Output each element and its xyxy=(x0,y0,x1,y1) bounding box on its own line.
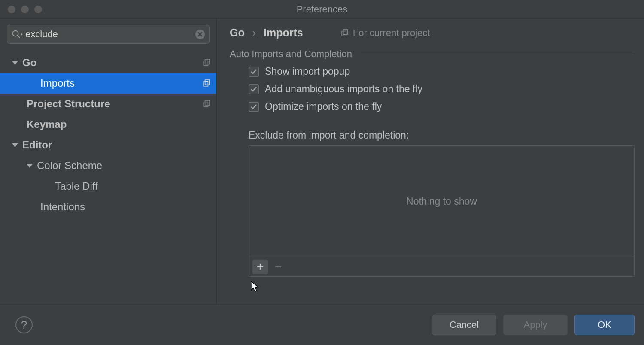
sidebar-item-label: Table Diff xyxy=(55,180,210,192)
checkbox[interactable] xyxy=(249,102,259,112)
sidebar-item-label: Go xyxy=(22,57,203,69)
checkbox-optimize-imports[interactable]: Optimize imports on the fly xyxy=(249,101,635,112)
breadcrumb: Go › Imports For current project xyxy=(230,27,635,48)
close-window-button[interactable] xyxy=(8,6,15,13)
window-controls xyxy=(0,6,42,13)
sidebar-item-label: Imports xyxy=(40,77,203,89)
svg-rect-7 xyxy=(204,102,208,107)
button-label: OK xyxy=(598,319,611,330)
scope-indicator: For current project xyxy=(341,27,430,39)
checkbox-label: Optimize imports on the fly xyxy=(265,101,382,112)
sidebar: Go Imports Project Structure Keymap Edit… xyxy=(0,19,217,304)
zoom-window-button[interactable] xyxy=(34,6,42,13)
section-title: Auto Imports and Completion xyxy=(230,48,352,60)
project-scope-icon xyxy=(203,100,210,108)
checkbox[interactable] xyxy=(249,67,259,77)
checkbox-add-unambiguous-imports[interactable]: Add unambiguous imports on the fly xyxy=(249,83,635,95)
help-icon: ? xyxy=(21,318,27,332)
svg-line-1 xyxy=(18,36,20,38)
chevron-down-icon xyxy=(12,61,18,65)
breadcrumb-segment: Imports xyxy=(264,27,303,39)
svg-rect-10 xyxy=(343,30,347,34)
scope-label: For current project xyxy=(353,27,430,39)
sidebar-item-table-diff[interactable]: Table Diff xyxy=(0,176,216,197)
sidebar-item-label: Keymap xyxy=(27,118,210,130)
content-panel: Go › Imports For current project Auto Im… xyxy=(217,19,644,304)
cancel-button[interactable]: Cancel xyxy=(432,315,496,335)
minus-icon xyxy=(274,263,283,271)
chevron-down-icon xyxy=(27,164,33,168)
sidebar-item-label: Color Scheme xyxy=(37,160,210,172)
settings-tree: Go Imports Project Structure Keymap Edit… xyxy=(0,50,216,304)
breadcrumb-segment: Go xyxy=(230,27,245,39)
sidebar-item-go[interactable]: Go xyxy=(0,52,216,73)
search-input[interactable] xyxy=(23,29,194,40)
sidebar-item-keymap[interactable]: Keymap xyxy=(0,114,216,135)
exclude-list-toolbar xyxy=(249,257,635,277)
checkbox-label: Show import popup xyxy=(265,66,350,77)
sidebar-item-intentions[interactable]: Intentions xyxy=(0,197,216,217)
close-icon xyxy=(195,29,205,39)
help-button[interactable]: ? xyxy=(15,316,33,333)
dialog-footer: ? Cancel Apply OK xyxy=(0,304,644,345)
svg-rect-6 xyxy=(205,80,210,85)
button-label: Cancel xyxy=(450,319,479,330)
project-scope-icon xyxy=(341,29,349,37)
sidebar-item-editor[interactable]: Editor xyxy=(0,135,216,155)
sidebar-item-label: Project Structure xyxy=(27,98,203,110)
sidebar-item-label: Intentions xyxy=(40,201,210,213)
remove-exclude-button xyxy=(270,260,286,274)
checkbox-label: Add unambiguous imports on the fly xyxy=(265,83,422,95)
search-field[interactable] xyxy=(7,25,210,44)
search-icon xyxy=(12,30,23,39)
button-label: Apply xyxy=(523,319,547,330)
window-title: Preferences xyxy=(0,4,644,15)
separator xyxy=(361,54,635,54)
sidebar-item-color-scheme[interactable]: Color Scheme xyxy=(0,155,216,176)
sidebar-item-imports[interactable]: Imports xyxy=(0,73,216,94)
svg-rect-8 xyxy=(205,100,210,105)
svg-point-0 xyxy=(13,31,18,36)
exclude-list[interactable]: Nothing to show xyxy=(249,145,635,257)
section-header: Auto Imports and Completion xyxy=(230,48,635,60)
add-exclude-button[interactable] xyxy=(252,260,268,274)
titlebar: Preferences xyxy=(0,0,644,19)
project-scope-icon xyxy=(203,79,210,87)
checkbox[interactable] xyxy=(249,84,259,94)
checkbox-show-import-popup[interactable]: Show import popup xyxy=(249,66,635,77)
minimize-window-button[interactable] xyxy=(21,6,29,13)
svg-rect-9 xyxy=(342,31,346,36)
chevron-down-icon xyxy=(12,143,18,147)
plus-icon xyxy=(256,263,264,271)
ok-button[interactable]: OK xyxy=(574,315,635,335)
svg-rect-3 xyxy=(204,61,208,66)
sidebar-item-project-structure[interactable]: Project Structure xyxy=(0,94,216,114)
apply-button: Apply xyxy=(503,315,568,335)
svg-rect-5 xyxy=(204,82,208,86)
exclude-list-label: Exclude from import and completion: xyxy=(249,130,635,141)
chevron-right-icon: › xyxy=(252,27,256,39)
svg-rect-4 xyxy=(205,59,210,64)
sidebar-item-label: Editor xyxy=(22,139,210,151)
project-scope-icon xyxy=(203,59,210,67)
empty-list-placeholder: Nothing to show xyxy=(406,196,477,207)
clear-search-button[interactable] xyxy=(194,29,206,40)
